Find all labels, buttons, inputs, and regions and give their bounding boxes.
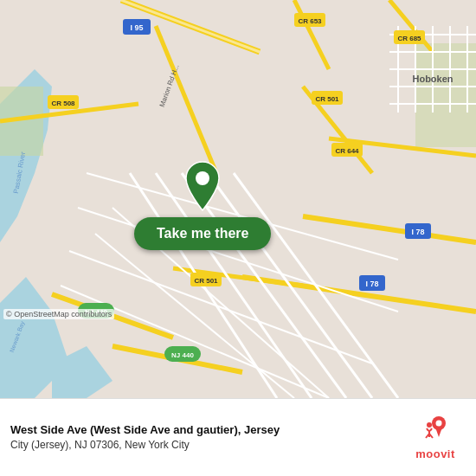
map-container: I 95 CR 653 CR 685 CR 508 CR 501 CR 644 …: [0, 0, 476, 398]
svg-text:I 78: I 78: [365, 280, 378, 288]
svg-point-70: [427, 422, 432, 428]
osm-attribution: © OpenStreetMap contributors: [3, 309, 114, 319]
svg-text:CR 501: CR 501: [194, 277, 218, 285]
moovit-icon: [420, 415, 451, 446]
svg-point-69: [436, 421, 442, 427]
svg-text:CR 653: CR 653: [298, 17, 322, 25]
moovit-brand-text: moovit: [415, 447, 455, 460]
svg-text:CR 644: CR 644: [335, 147, 359, 155]
button-overlay: Take me there: [134, 160, 271, 250]
svg-text:CR 508: CR 508: [51, 100, 75, 107]
svg-text:NJ 440: NJ 440: [171, 351, 194, 359]
address-block: West Side Ave (West Side Ave and gautier…: [10, 422, 395, 453]
svg-text:CR 685: CR 685: [397, 35, 421, 42]
svg-marker-68: [434, 425, 443, 437]
bottom-bar: West Side Ave (West Side Ave and gautier…: [0, 398, 476, 476]
svg-text:CR 501: CR 501: [315, 95, 339, 103]
attribution-text: © OpenStreetMap contributors: [6, 310, 112, 318]
svg-point-66: [196, 171, 209, 185]
moovit-logo: moovit: [405, 415, 466, 460]
address-line1: West Side Ave (West Side Ave and gautier…: [10, 422, 395, 438]
svg-text:I 95: I 95: [130, 23, 143, 32]
address-line2: City (Jersey), NJ 07306, New York City: [10, 438, 395, 453]
location-pin: [182, 160, 223, 212]
svg-text:Hoboken: Hoboken: [412, 74, 453, 84]
take-me-there-button[interactable]: Take me there: [134, 217, 271, 250]
svg-text:I 78: I 78: [411, 228, 424, 236]
